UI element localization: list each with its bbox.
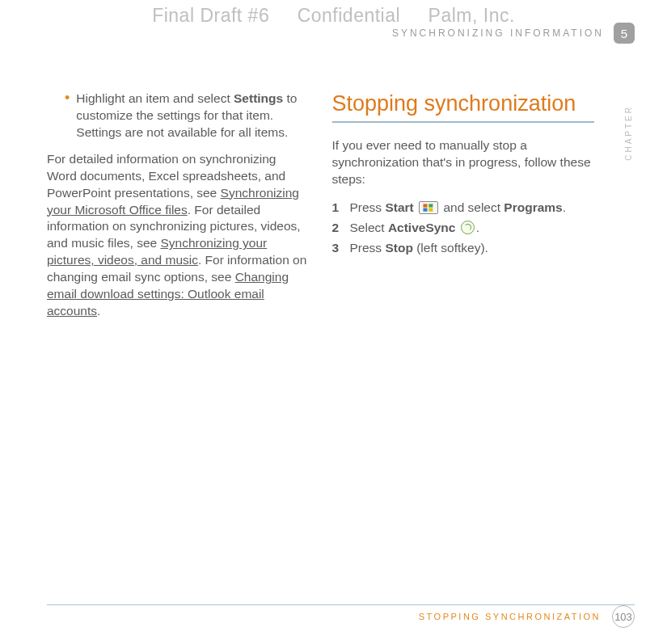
page-number: 103 (612, 605, 635, 628)
title-underline (332, 121, 595, 123)
footer-label: STOPPING SYNCHRONIZATION (419, 612, 601, 621)
bullet-text: Highlight an item and select Settings to… (76, 90, 309, 141)
step-1: 1 Press Start and select Programs. (332, 200, 595, 217)
chapter-vertical-label: CHAPTER (624, 105, 633, 161)
activesync-icon (461, 221, 475, 234)
intro-paragraph: If you ever need to manually stop a sync… (332, 137, 595, 188)
section-label: SYNCHRONIZING INFORMATION (392, 27, 604, 39)
page-footer: STOPPING SYNCHRONIZATION 103 (419, 605, 635, 628)
page-header: SYNCHRONIZING INFORMATION 5 (392, 23, 635, 44)
step-2: 2 Select ActiveSync . (332, 220, 595, 237)
step-3: 3 Press Stop (left softkey). (332, 240, 595, 257)
left-column: • Highlight an item and select Settings … (47, 90, 310, 320)
step-number: 3 (332, 240, 350, 257)
chapter-number-badge: 5 (614, 23, 635, 44)
step-number: 1 (332, 200, 350, 217)
section-title: Stopping synchronization (332, 90, 595, 116)
draft-label: Final Draft #6 (152, 5, 269, 26)
confidential-label: Confidential (298, 5, 400, 26)
bullet-icon: • (65, 90, 70, 105)
bullet-item: • Highlight an item and select Settings … (65, 90, 310, 141)
right-column: Stopping synchronization If you ever nee… (332, 90, 595, 320)
step-number: 2 (332, 220, 350, 237)
start-icon (419, 201, 438, 214)
content-columns: • Highlight an item and select Settings … (47, 90, 594, 320)
step-body: Press Start and select Programs. (350, 200, 567, 217)
step-body: Press Stop (left softkey). (350, 240, 488, 257)
step-body: Select ActiveSync . (350, 220, 480, 237)
detail-paragraph: For detailed information on synchronizin… (47, 151, 310, 320)
